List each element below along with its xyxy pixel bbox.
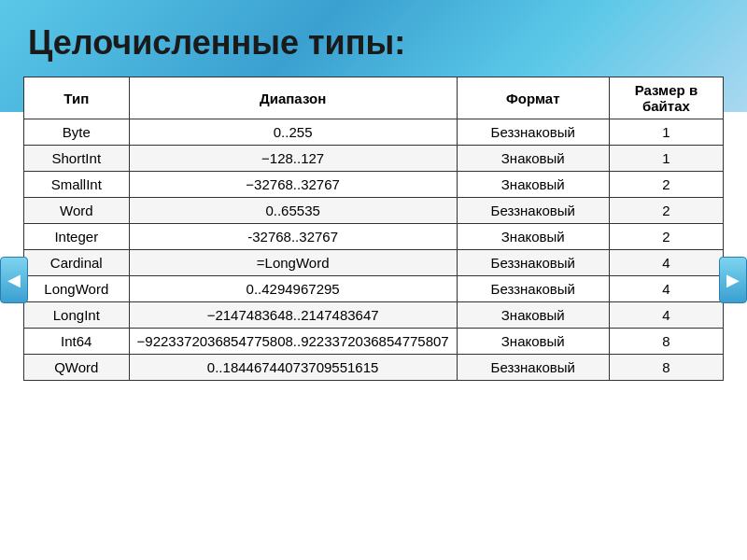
cell-format: Беззнаковый [457, 276, 609, 302]
cell-size: 8 [609, 329, 723, 355]
cell-size: 2 [609, 224, 723, 250]
cell-type: Word [24, 198, 130, 224]
nav-arrow-left[interactable]: ◀ [0, 257, 28, 303]
cell-type: QWord [24, 355, 130, 381]
cell-size: 8 [609, 355, 723, 381]
header-format: Формат [457, 77, 609, 119]
table-row: Integer-32768..32767Знаковый2 [24, 224, 724, 250]
cell-range: −2147483648..2147483647 [129, 302, 457, 329]
cell-format: Беззнаковый [457, 250, 609, 276]
header-size: Размер в байтах [609, 77, 723, 119]
table-row: LongInt−2147483648..2147483647Знаковый4 [24, 302, 724, 329]
cell-format: Знаковый [457, 146, 609, 172]
right-arrow-icon: ▶ [726, 270, 740, 290]
cell-range: -32768..32767 [129, 224, 457, 250]
cell-range: 0..18446744073709551615 [129, 355, 457, 381]
cell-range: =LongWord [129, 250, 457, 276]
cell-type: ShortInt [24, 146, 130, 172]
cell-type: LongInt [24, 302, 130, 329]
table-row: QWord0..18446744073709551615Беззнаковый8 [24, 355, 724, 381]
cell-type: LongWord [24, 276, 130, 302]
cell-format: Знаковый [457, 329, 609, 355]
cell-type: Integer [24, 224, 130, 250]
cell-size: 1 [609, 146, 723, 172]
table-row: SmallInt−32768..32767Знаковый2 [24, 172, 724, 198]
cell-type: Byte [24, 119, 130, 146]
cell-size: 4 [609, 302, 723, 329]
cell-range: −32768..32767 [129, 172, 457, 198]
table-row: Cardinal=LongWordБеззнаковый4 [24, 250, 724, 276]
cell-size: 4 [609, 250, 723, 276]
cell-format: Знаковый [457, 302, 609, 329]
cell-range: −128..127 [129, 146, 457, 172]
cell-range: −9223372036854775808..922337203685477580… [129, 329, 457, 355]
cell-format: Беззнаковый [457, 355, 609, 381]
cell-format: Беззнаковый [457, 198, 609, 224]
cell-range: 0..65535 [129, 198, 457, 224]
cell-format: Беззнаковый [457, 119, 609, 146]
table-row: Word0..65535Беззнаковый2 [24, 198, 724, 224]
content-area: ◀ ▶ Целочисленные типы: Тип Диапазон Фор… [0, 0, 747, 560]
nav-arrow-right[interactable]: ▶ [719, 257, 747, 303]
page-title: Целочисленные типы: [19, 9, 728, 77]
cell-size: 2 [609, 198, 723, 224]
table-row: LongWord0..4294967295Беззнаковый4 [24, 276, 724, 302]
cell-format: Знаковый [457, 172, 609, 198]
cell-range: 0..4294967295 [129, 276, 457, 302]
table-row: Int64−9223372036854775808..9223372036854… [24, 329, 724, 355]
left-arrow-icon: ◀ [7, 270, 21, 290]
integer-types-table: Тип Диапазон Формат Размер в байтах Byte… [23, 77, 724, 381]
cell-range: 0..255 [129, 119, 457, 146]
cell-size: 1 [609, 119, 723, 146]
table-header-row: Тип Диапазон Формат Размер в байтах [24, 77, 724, 119]
data-table-container: Тип Диапазон Формат Размер в байтах Byte… [23, 77, 724, 381]
header-type: Тип [24, 77, 130, 119]
cell-size: 2 [609, 172, 723, 198]
table-row: Byte0..255Беззнаковый1 [24, 119, 724, 146]
cell-format: Знаковый [457, 224, 609, 250]
header-range: Диапазон [129, 77, 457, 119]
cell-type: Cardinal [24, 250, 130, 276]
cell-type: Int64 [24, 329, 130, 355]
cell-type: SmallInt [24, 172, 130, 198]
table-row: ShortInt−128..127Знаковый1 [24, 146, 724, 172]
cell-size: 4 [609, 276, 723, 302]
